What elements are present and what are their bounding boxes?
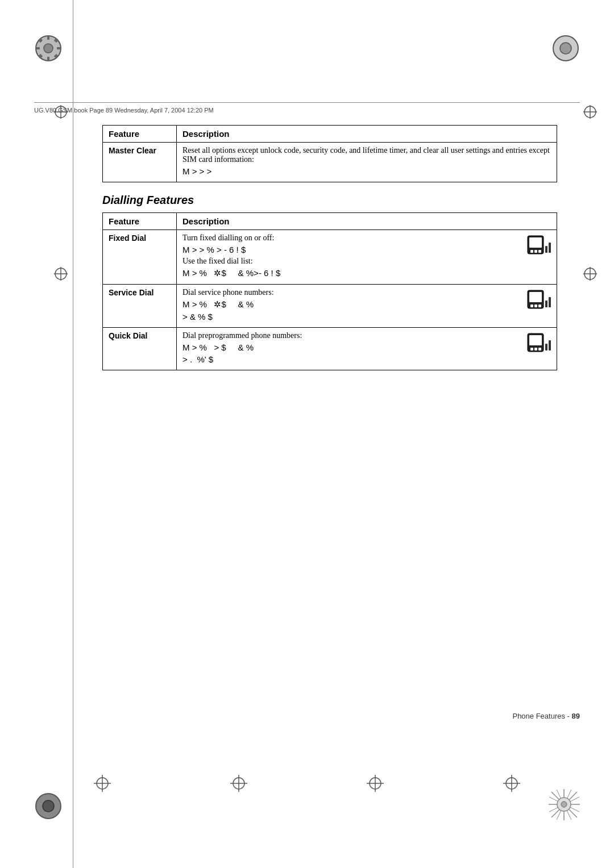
svg-rect-45 (530, 304, 533, 307)
svg-rect-40 (538, 250, 541, 253)
footer-text: Phone Features - 89 (512, 712, 580, 720)
fixed-dial-icon (526, 235, 552, 262)
quick-dial-icon (526, 332, 552, 360)
service-dial-feature: Service Dial (103, 285, 177, 328)
dialling-features-table: Feature Description Fixed Dial Turn fixe… (102, 212, 557, 370)
reg-mark-mid-right (583, 267, 597, 283)
svg-rect-39 (534, 250, 537, 253)
svg-point-11 (560, 43, 571, 54)
table2-header-description: Description (177, 213, 557, 230)
svg-rect-38 (530, 250, 533, 253)
service-dial-description: Dial service phone numbers: M > % ✲$ & %… (177, 285, 557, 328)
bottom-center-crosshair (367, 775, 384, 794)
svg-point-23 (561, 802, 567, 807)
fixed-dial-feature: Fixed Dial (103, 230, 177, 285)
master-clear-feature: Master Clear (103, 143, 177, 182)
svg-rect-55 (545, 344, 547, 350)
fixed-dial-desc2: Use the fixed dial list: (182, 257, 522, 266)
fixed-dial-menu2: M > % ✲$ & %>- 6 ! $ (182, 268, 522, 278)
footer-page: 89 (572, 712, 580, 720)
svg-rect-52 (530, 348, 533, 350)
service-dial-icon (526, 289, 552, 317)
svg-rect-51 (529, 335, 542, 345)
svg-rect-4 (35, 47, 40, 49)
svg-rect-53 (534, 348, 537, 350)
reg-mark-mid-left (54, 267, 68, 283)
top-right-corner (551, 34, 580, 65)
svg-rect-2 (47, 35, 49, 40)
quick-dial-menu1: M > % > $ & % (182, 343, 522, 352)
bottom-right-crosshair (503, 775, 520, 794)
bottom-left-crosshair (94, 775, 111, 794)
service-dial-menu1: M > % ✲$ & % (182, 299, 522, 310)
svg-rect-41 (545, 246, 547, 253)
fixed-dial-menu1: M > > % > - 6 ! $ (182, 245, 522, 254)
master-clear-description: Reset all options except unlock code, se… (177, 143, 557, 182)
table1-header-feature: Feature (103, 126, 177, 143)
bottom-left-corner (34, 792, 63, 823)
quick-dial-menu2: > . %' $ (182, 354, 522, 364)
svg-rect-46 (534, 304, 537, 307)
bottom-center-left-crosshair (230, 775, 247, 794)
svg-rect-37 (529, 237, 542, 248)
fixed-dial-description: Turn fixed dialling on or off: M > > % >… (177, 230, 557, 285)
table2-header-feature: Feature (103, 213, 177, 230)
page: UG.V80.GSM.book Page 89 Wednesday, April… (0, 0, 614, 868)
table-row: Fixed Dial Turn fixed dialling on or off… (103, 230, 557, 285)
main-content: Feature Description Master Clear Reset a… (102, 125, 557, 382)
svg-rect-44 (529, 292, 542, 302)
svg-rect-56 (549, 340, 551, 350)
quick-dial-description: Dial preprogrammed phone numbers: M > % … (177, 328, 557, 370)
master-clear-desc-text: Reset all options except unlock code, se… (182, 146, 551, 164)
header-line (34, 102, 580, 103)
table-row: Quick Dial Dial preprogrammed phone numb… (103, 328, 557, 370)
bottom-decorations (0, 775, 614, 794)
svg-rect-47 (538, 304, 541, 307)
quick-dial-feature: Quick Dial (103, 328, 177, 370)
quick-dial-desc1: Dial preprogrammed phone numbers: (182, 331, 522, 340)
service-dial-menu2: > & % $ (182, 312, 522, 322)
table-row: Service Dial Dial service phone numbers:… (103, 285, 557, 328)
reg-mark-top-right (583, 105, 597, 121)
table1-header-description: Description (177, 126, 557, 143)
svg-rect-3 (47, 57, 49, 61)
svg-rect-48 (545, 301, 547, 307)
service-dial-desc1: Dial service phone numbers: (182, 288, 522, 297)
table-row: Master Clear Reset all options except un… (103, 143, 557, 182)
svg-rect-49 (549, 297, 551, 307)
svg-rect-5 (57, 47, 61, 49)
svg-rect-42 (549, 243, 551, 253)
footer: Phone Features - 89 (34, 712, 580, 720)
header-text: UG.V80.GSM.book Page 89 Wednesday, April… (34, 107, 214, 114)
svg-point-1 (44, 44, 53, 53)
master-clear-menu: M > > > (182, 166, 551, 176)
header: UG.V80.GSM.book Page 89 Wednesday, April… (34, 102, 580, 115)
footer-label: Phone Features - (512, 712, 571, 720)
master-clear-table: Feature Description Master Clear Reset a… (102, 125, 557, 182)
fixed-dial-desc1: Turn fixed dialling on or off: (182, 233, 522, 243)
left-margin-line (73, 0, 73, 868)
svg-rect-54 (538, 348, 541, 350)
svg-point-13 (43, 800, 54, 812)
top-left-corner (34, 34, 63, 65)
section-title-dialling: Dialling Features (102, 194, 557, 207)
